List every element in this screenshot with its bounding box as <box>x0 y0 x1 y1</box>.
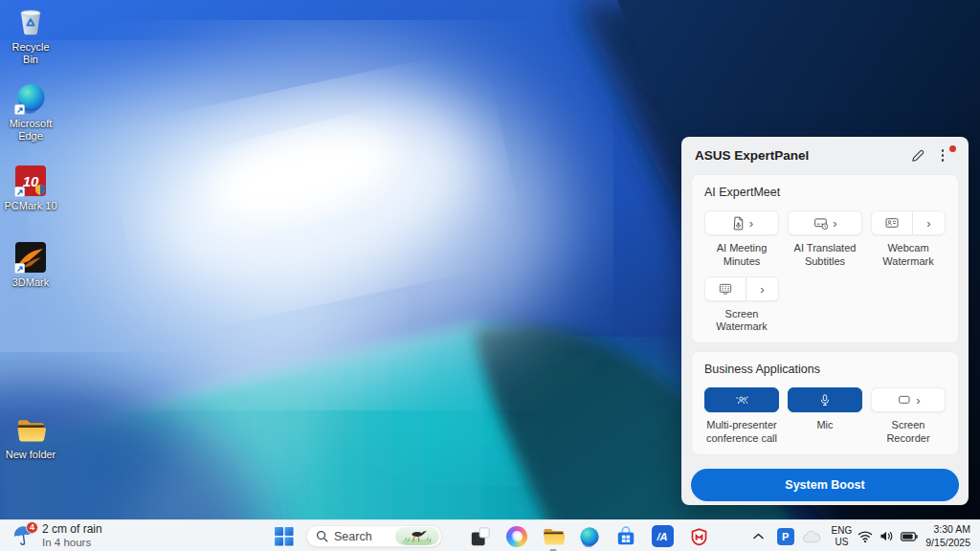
pencil-icon <box>910 148 925 164</box>
webcam-watermark-button[interactable] <box>871 210 946 235</box>
clock-widget[interactable]: 3:30 AM 9/15/2025 <box>925 523 970 549</box>
desktop-icon-new-folder[interactable]: New folder <box>3 413 58 461</box>
feature-label: AI Translated Subtitles <box>788 242 862 269</box>
ul-shield-icon <box>35 185 45 195</box>
desktop-icon-3dmark[interactable]: 3DMark <box>3 241 58 289</box>
store-icon <box>615 526 636 547</box>
task-view-icon <box>470 526 491 547</box>
chevron-right-icon <box>749 214 753 231</box>
battery-button[interactable] <box>901 524 918 549</box>
myasus-icon: /A <box>652 525 674 547</box>
feature-screen-watermark: Screen Watermark <box>704 276 779 335</box>
speaker-icon <box>880 530 894 542</box>
ai-meeting-minutes-button[interactable] <box>704 210 779 235</box>
desktop-icon-label: Recycle Bin <box>3 41 58 66</box>
folder-icon <box>15 415 47 444</box>
feature-label: Screen Recorder <box>871 419 946 446</box>
chevron-right-icon <box>926 214 930 231</box>
multi-presenter-button[interactable] <box>704 387 779 412</box>
mcafee-shield-icon <box>689 526 709 547</box>
bing-daily-image <box>395 527 439 545</box>
feature-label: Multi-presenter conference call <box>704 419 779 446</box>
volume-button[interactable] <box>880 524 894 549</box>
file-explorer-button[interactable] <box>542 525 565 548</box>
bird-image-icon <box>395 527 439 545</box>
chevron-right-icon <box>760 280 764 298</box>
myasus-button[interactable]: /A <box>651 525 674 548</box>
language-indicator[interactable]: ENG US <box>832 525 853 548</box>
wifi-button[interactable] <box>858 524 873 549</box>
edge-icon <box>579 526 600 547</box>
chevron-right-icon <box>833 214 836 231</box>
cloud-icon <box>802 529 822 544</box>
search-icon <box>316 530 328 542</box>
mic-button[interactable] <box>788 387 862 412</box>
copilot-icon <box>506 526 527 547</box>
desktop-icon-pcmark10[interactable]: 10 PCMark 10 <box>3 165 58 212</box>
asus-expertpanel-window: ASUS ExpertPanel AI ExpertMeet <box>681 137 969 505</box>
desktop-icon-label: PCMark 10 <box>4 200 56 212</box>
chevron-up-icon <box>753 533 764 540</box>
task-view-button[interactable] <box>469 525 492 548</box>
search-box[interactable]: Search <box>306 525 442 547</box>
screen-recorder-button[interactable] <box>871 387 946 412</box>
section-title: Business Applications <box>704 363 946 376</box>
screen-watermark-expand[interactable] <box>746 277 778 300</box>
feature-screen-recorder: Screen Recorder <box>871 387 946 446</box>
start-button[interactable] <box>272 525 295 548</box>
screen-watermark-button[interactable] <box>704 276 779 301</box>
more-options-button[interactable] <box>930 144 955 167</box>
desktop-icon-label: 3DMark <box>12 276 50 289</box>
ai-translated-subtitles-button[interactable] <box>788 210 862 235</box>
desktop-icon-label: Microsoft Edge <box>3 118 58 143</box>
shortcut-arrow-icon <box>14 104 25 115</box>
search-placeholder: Search <box>334 530 395 543</box>
feature-label: Mic <box>816 419 833 445</box>
copilot-button[interactable] <box>505 525 528 548</box>
weather-subline: In 4 hours <box>42 537 102 550</box>
weather-badge: 4 <box>26 521 38 534</box>
weather-widget[interactable]: 4 2 cm of rain In 4 hours <box>6 520 108 551</box>
system-boost-button[interactable]: System Boost <box>691 469 959 501</box>
ai-expertmeet-card: AI ExpertMeet AI Meeting Minutes <box>691 174 959 343</box>
wifi-icon <box>858 530 873 542</box>
tray-date: 9/15/2025 <box>925 537 970 550</box>
desktop-icon-microsoft-edge[interactable]: Microsoft Edge <box>3 82 58 143</box>
shortcut-arrow-icon <box>14 263 25 274</box>
tray-app-p-button[interactable]: P <box>777 524 794 549</box>
people-icon <box>733 392 751 408</box>
screen-watermark-toggle[interactable] <box>705 277 746 300</box>
tray-cloud-button[interactable] <box>802 524 822 549</box>
document-mic-icon <box>730 215 746 231</box>
mic-icon <box>817 392 833 408</box>
file-explorer-icon <box>543 526 565 546</box>
mcafee-button[interactable] <box>687 525 710 548</box>
weather-headline: 2 cm of rain <box>42 522 102 536</box>
feature-label: AI Meeting Minutes <box>704 242 779 269</box>
business-applications-card: Business Applications Multi-presenter co… <box>691 351 959 455</box>
feature-webcam-watermark: Webcam Watermark <box>871 210 946 269</box>
feature-label: Webcam Watermark <box>871 242 946 269</box>
edit-pencil-button[interactable] <box>905 144 930 167</box>
tray-expand-button[interactable] <box>753 524 764 549</box>
microsoft-store-button[interactable] <box>614 525 637 548</box>
battery-icon <box>901 532 918 541</box>
chevron-right-icon <box>916 391 920 408</box>
windows-start-icon <box>274 526 294 546</box>
desktop-icon-recycle-bin[interactable]: Recycle Bin <box>3 6 58 66</box>
recycle-bin-icon <box>15 7 46 37</box>
feature-multi-presenter: Multi-presenter conference call <box>704 387 779 446</box>
feature-ai-translated-subtitles: AI Translated Subtitles <box>788 210 862 269</box>
tray-time: 3:30 AM <box>925 523 970 537</box>
kebab-menu-icon <box>942 149 945 162</box>
feature-ai-meeting-minutes: AI Meeting Minutes <box>704 210 779 269</box>
feature-label: Screen Watermark <box>704 308 779 335</box>
edge-button[interactable] <box>578 525 601 548</box>
notification-dot <box>949 145 956 152</box>
webcam-watermark-expand[interactable] <box>913 211 945 234</box>
p-app-icon: P <box>777 528 794 545</box>
webcam-watermark-toggle[interactable] <box>872 211 913 234</box>
id-card-icon <box>883 215 901 231</box>
subtitles-clock-icon <box>813 215 830 231</box>
desktop-icon-label: New folder <box>6 449 56 461</box>
